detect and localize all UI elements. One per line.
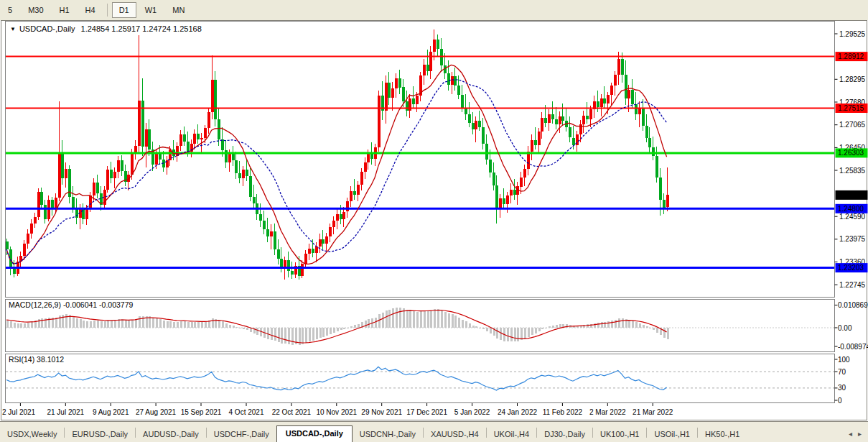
tab-eurusd-daily[interactable]: EURUSD-,Daily [65, 427, 135, 442]
macd-bar [354, 325, 356, 328]
candle-body [582, 116, 585, 124]
candle-body [559, 116, 561, 124]
timeframe-button-H1[interactable]: H1 [52, 2, 77, 18]
macd-bar [538, 328, 541, 331]
macd-bar [496, 328, 498, 339]
macd-bar [639, 323, 641, 328]
candle-body [145, 129, 148, 147]
tab-hk50-h1[interactable]: HK50-,H1 [698, 427, 747, 442]
macd-bar [486, 328, 488, 331]
date-axis-label: 29 Nov 2021 [361, 408, 402, 416]
candle-body [332, 221, 335, 227]
macd-bar [305, 328, 307, 343]
macd-bar [424, 310, 426, 328]
macd-bar [281, 328, 283, 344]
tab-xauusd-h4[interactable]: XAUUSD-,H4 [424, 427, 486, 442]
macd-bar [73, 316, 75, 328]
price-badge-1.24800: 1.24800 [838, 205, 864, 213]
candle-body [506, 195, 509, 204]
candle-body [534, 140, 537, 145]
price-axis-label: 1.28295 [839, 75, 866, 83]
macd-bar [271, 328, 273, 340]
candle-body [468, 114, 471, 123]
candle-body [433, 40, 436, 52]
candle-body [155, 154, 158, 164]
candle-body [600, 98, 603, 107]
macd-bar [6, 321, 9, 328]
candle-body [645, 126, 648, 138]
date-axis-label: 27 Aug 2021 [136, 408, 177, 416]
tab-usdchf-daily[interactable]: USDCHF-,Daily [207, 427, 276, 442]
date-axis-label: 2 Jul 2021 [2, 408, 36, 416]
macd-bar [549, 326, 551, 328]
candle-body [204, 128, 207, 137]
tab-ukoil-h4[interactable]: UKOil-,H4 [487, 427, 537, 442]
macd-bar [448, 313, 450, 328]
tab-usdcnh-daily[interactable]: USDCNH-,Daily [353, 427, 423, 442]
price-axis-label: 1.25835 [839, 167, 866, 175]
date-axis-label: 21 Jul 2021 [47, 408, 84, 416]
timeframe-button-D1[interactable]: D1 [112, 2, 136, 18]
macd-bar [528, 328, 530, 337]
date-axis-label: 15 Sep 2021 [181, 408, 222, 416]
macd-bar [622, 318, 624, 328]
price-badge-1.27515: 1.27515 [838, 104, 864, 112]
tab-scroll-left-icon[interactable]: ◂ [846, 430, 855, 438]
macd-bar [299, 328, 301, 345]
candle-body [121, 160, 123, 170]
candle-body [503, 198, 505, 204]
candle-body [266, 229, 269, 236]
macd-bar [396, 308, 398, 328]
price-badge-1.23203: 1.23203 [838, 264, 864, 272]
candle-body [106, 170, 109, 189]
macd-bar [392, 308, 394, 328]
macd-bar [330, 328, 332, 334]
macd-bar [337, 328, 339, 331]
candle-body [249, 176, 252, 197]
macd-bar [594, 323, 596, 328]
candle-body [520, 178, 523, 187]
macd-bar [556, 325, 558, 328]
tab-audusd-daily[interactable]: AUDUSD-,Daily [136, 427, 206, 442]
tab-usoil-h1[interactable]: USOil-,H1 [647, 427, 697, 442]
macd-bar [41, 318, 43, 328]
tab-usdx-weekly[interactable]: USDX,Weekly [0, 427, 64, 442]
macd-bar [388, 310, 391, 328]
macd-bar [667, 328, 669, 339]
tab-uk100-h1[interactable]: UK100-,H1 [593, 427, 646, 442]
macd-bar [38, 319, 40, 328]
candle-body [478, 121, 481, 127]
macd-bar [472, 326, 475, 328]
candle-body [93, 183, 95, 195]
macd-bar [322, 328, 325, 337]
candle-body [548, 114, 551, 123]
chart-canvas[interactable]: 1.295251.282951.276801.270651.264501.258… [0, 20, 868, 421]
macd-bar [535, 328, 537, 333]
macd-bar [607, 321, 610, 328]
timeframe-button-H4[interactable]: H4 [78, 2, 103, 18]
tab-scroll-right-icon[interactable]: ▸ [855, 430, 864, 438]
candle-body [493, 172, 495, 186]
macd-bar [635, 322, 638, 328]
macd-bar [649, 328, 651, 328]
timeframe-button-M30[interactable]: M30 [21, 2, 50, 18]
candle-body [308, 249, 311, 254]
candle-body [353, 191, 356, 195]
timeframe-button-5[interactable]: 5 [1, 2, 19, 18]
macd-bar [618, 318, 620, 328]
candle-body [437, 40, 439, 49]
tab-usdcad-daily[interactable]: USDCAD-,Daily [276, 425, 353, 442]
macd-bar [462, 320, 464, 328]
timeframe-button-W1[interactable]: W1 [138, 2, 164, 18]
candle-body [228, 154, 231, 162]
timeframe-button-MN[interactable]: MN [165, 2, 192, 18]
candle-body [325, 236, 328, 244]
tab-dj30-daily[interactable]: DJ30-,Daily [537, 427, 592, 442]
candle-body [280, 259, 283, 267]
candle-body [642, 108, 645, 125]
price-axis-label: 1.27065 [839, 121, 866, 129]
candle-body [277, 249, 280, 259]
date-axis-label: 11 Feb 2022 [543, 408, 583, 416]
rsi-axis-label: 70 [838, 368, 846, 376]
macd-bar [409, 310, 411, 328]
